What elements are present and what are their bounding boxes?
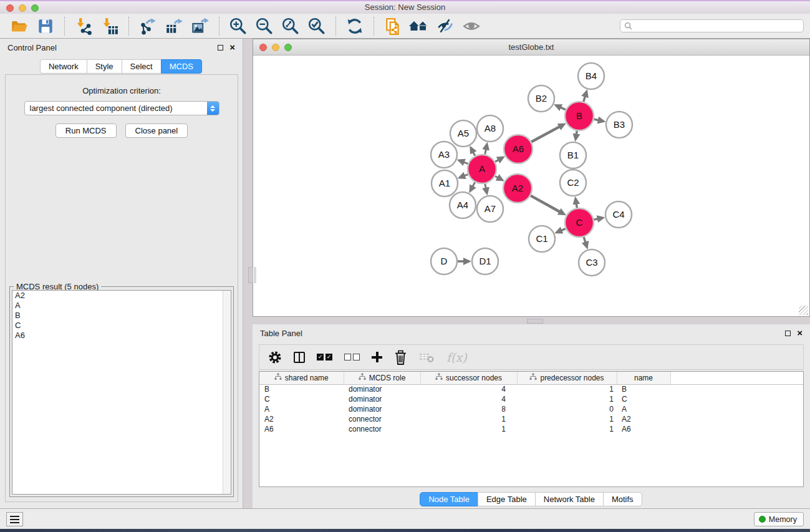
- node-A4[interactable]: A4: [450, 192, 476, 218]
- panel-menu-button[interactable]: [6, 512, 23, 526]
- maximize-window-button[interactable]: [31, 4, 39, 12]
- save-session-icon[interactable]: [35, 16, 56, 37]
- node-B3[interactable]: B3: [606, 112, 632, 138]
- edge-C-C1[interactable]: [561, 229, 566, 231]
- edge-A-A4[interactable]: [473, 182, 475, 186]
- cell[interactable]: connector: [344, 414, 420, 424]
- network-minimize-button[interactable]: [272, 44, 279, 51]
- memory-button[interactable]: Memory: [754, 512, 804, 526]
- cell[interactable]: 1: [420, 414, 517, 424]
- select-all-icon[interactable]: ✓✓: [317, 354, 332, 360]
- search-input[interactable]: [632, 21, 799, 31]
- edge-A-A3[interactable]: [464, 162, 468, 164]
- zoom-in-icon[interactable]: [228, 16, 249, 37]
- edge-B-B2[interactable]: [561, 107, 566, 110]
- node-D1[interactable]: D1: [472, 248, 498, 274]
- result-item[interactable]: A2: [12, 291, 231, 301]
- edge-B-B4[interactable]: [584, 97, 585, 102]
- cell[interactable]: 1: [517, 414, 617, 424]
- tab-select[interactable]: Select: [122, 59, 162, 74]
- delete-table-icon[interactable]: [419, 351, 435, 364]
- tab-network[interactable]: Network: [40, 59, 87, 74]
- close-window-button[interactable]: [6, 4, 14, 12]
- node-B1[interactable]: B1: [560, 142, 586, 168]
- network-close-button[interactable]: [259, 44, 267, 51]
- edge-A-A6[interactable]: [495, 160, 498, 162]
- edge-B-B1[interactable]: [576, 131, 577, 135]
- search-box[interactable]: [620, 19, 804, 32]
- cell[interactable]: C: [617, 394, 670, 404]
- edge-A6-B[interactable]: [531, 127, 559, 142]
- home-icon[interactable]: [408, 16, 430, 37]
- close-panel-button[interactable]: Close panel: [125, 123, 188, 138]
- edge-C-C4[interactable]: [594, 219, 598, 220]
- node-C1[interactable]: C1: [529, 226, 555, 252]
- tab-network-table[interactable]: Network Table: [535, 492, 604, 506]
- node-A3[interactable]: A3: [431, 142, 457, 168]
- cell[interactable]: C: [259, 394, 344, 404]
- edge-C-C3[interactable]: [584, 237, 586, 243]
- cell[interactable]: A2: [617, 414, 670, 424]
- zoom-fit-icon[interactable]: [280, 16, 301, 37]
- column-header-name[interactable]: name: [617, 372, 670, 384]
- result-item[interactable]: B: [12, 311, 231, 321]
- network-canvas[interactable]: ABCA2A6A1A3A4A5A7A8B1B2B3B4C1C2C3C4DD1: [254, 56, 809, 316]
- window-resize-grip[interactable]: [799, 306, 808, 315]
- cell[interactable]: A6: [617, 424, 670, 434]
- tab-mcds[interactable]: MCDS: [161, 59, 202, 74]
- horizontal-splitter-handle[interactable]: [527, 319, 543, 324]
- node-B4[interactable]: B4: [578, 63, 604, 89]
- export-table-icon[interactable]: [163, 16, 185, 37]
- deselect-all-icon[interactable]: [344, 354, 360, 360]
- cell[interactable]: A: [617, 404, 670, 414]
- edge-A-A8[interactable]: [485, 149, 486, 154]
- edge-A-A2[interactable]: [495, 176, 498, 177]
- node-A7[interactable]: A7: [477, 196, 503, 222]
- optimization-criterion-select[interactable]: largest connected component (directed): [24, 101, 219, 115]
- node-A8[interactable]: A8: [477, 115, 503, 142]
- edge-A-A5[interactable]: [473, 152, 475, 156]
- result-item[interactable]: A6: [12, 331, 231, 341]
- tab-style[interactable]: Style: [87, 59, 122, 74]
- import-network-icon[interactable]: [73, 16, 94, 37]
- column-header-successor-nodes[interactable]: successor nodes: [420, 372, 517, 384]
- node-A1[interactable]: A1: [432, 170, 458, 196]
- column-header-predecessor-nodes[interactable]: predecessor nodes: [517, 372, 617, 384]
- node-A6[interactable]: A6: [504, 135, 533, 163]
- column-layout-icon[interactable]: [294, 352, 305, 363]
- cell[interactable]: 1: [517, 394, 617, 404]
- cell[interactable]: dominator: [344, 384, 420, 394]
- float-table-panel-icon[interactable]: [785, 331, 791, 336]
- result-item[interactable]: A: [12, 301, 231, 311]
- tab-edge-table[interactable]: Edge Table: [478, 492, 536, 506]
- node-A5[interactable]: A5: [450, 120, 476, 147]
- cell[interactable]: dominator: [344, 394, 420, 404]
- show-graphics-details-icon[interactable]: [461, 16, 482, 37]
- cell[interactable]: 4: [420, 384, 517, 394]
- add-column-icon[interactable]: [372, 352, 382, 362]
- node-C[interactable]: C: [565, 208, 594, 237]
- tab-node-table[interactable]: Node Table: [420, 492, 478, 506]
- zoom-out-icon[interactable]: [254, 16, 275, 37]
- node-C4[interactable]: C4: [605, 201, 632, 228]
- export-image-icon[interactable]: [190, 16, 211, 37]
- zoom-selected-icon[interactable]: [306, 16, 327, 37]
- import-table-icon[interactable]: [99, 16, 120, 37]
- cell[interactable]: 4: [420, 394, 517, 404]
- minimize-window-button[interactable]: [19, 4, 26, 12]
- hide-annotations-icon[interactable]: [435, 16, 456, 37]
- cell[interactable]: 1: [517, 424, 617, 434]
- result-scrollbar[interactable]: [223, 291, 231, 494]
- cell[interactable]: 1: [517, 384, 617, 394]
- node-A2[interactable]: A2: [503, 174, 532, 203]
- cell[interactable]: dominator: [344, 404, 420, 414]
- cell[interactable]: 1: [420, 424, 517, 434]
- open-session-icon[interactable]: [9, 16, 30, 37]
- edge-C-C2[interactable]: [576, 204, 577, 208]
- edge-A2-C[interactable]: [531, 196, 560, 212]
- node-B2[interactable]: B2: [528, 85, 554, 112]
- column-header-MCDS-role[interactable]: MCDS role: [344, 372, 420, 384]
- clone-network-icon[interactable]: [382, 16, 403, 37]
- cell[interactable]: B: [617, 384, 670, 394]
- network-maximize-button[interactable]: [284, 44, 292, 51]
